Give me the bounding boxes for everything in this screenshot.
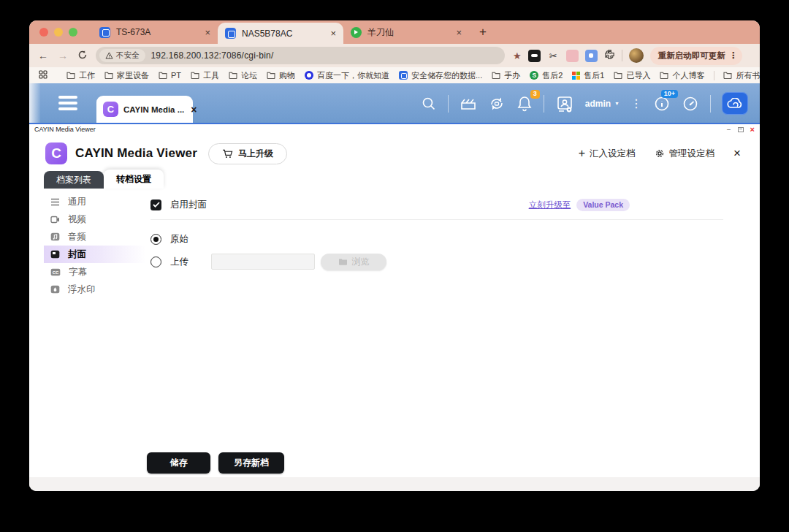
qnap-toolbar-icons: 3 admin ▼ ⋮ 10+ [421,92,760,123]
minimize-icon[interactable]: − [727,126,731,134]
profile-avatar[interactable] [629,48,644,63]
tab-transcode-settings[interactable]: 转档设置 [104,170,164,189]
apps-grid-icon[interactable] [39,70,47,80]
close-tab-icon[interactable]: × [330,28,336,39]
tab-label: TS-673A [116,27,150,37]
manage-profile-button[interactable]: 管理设定档 [655,148,715,160]
browser-tab-nas5b78ac[interactable]: NAS5B78AC × [218,23,343,44]
original-radio[interactable] [150,234,161,245]
sidebar-item-watermark[interactable]: 浮水印 [44,281,146,298]
bookmark-folder[interactable]: 家里设备 [104,70,149,81]
cayin-window-titlebar: CAYIN Media Viewer − × [29,123,760,134]
sidebar-item-general[interactable]: 通用 [44,193,146,210]
open-app-tab[interactable]: C CAYIN Media ... × [96,96,193,123]
browser-tab-ts673a[interactable]: TS-673A × [92,20,218,44]
user-account-icon[interactable] [555,94,574,113]
extension-scissors-icon[interactable]: ✂ [547,50,560,62]
sidebar-item-audio[interactable]: 音频 [44,228,146,246]
security-chip[interactable]: 不安全 [99,49,145,62]
sidebar-item-cover[interactable]: 封面 [44,246,146,263]
enable-cover-checkbox[interactable] [150,200,161,210]
bookmark-folder[interactable]: 工具 [191,70,219,81]
notifications-bell-icon[interactable]: 3 [517,95,533,112]
bookmark-star-icon[interactable]: ★ [513,50,522,61]
forward-icon[interactable]: → [56,50,69,61]
gear-icon [655,148,665,159]
cayin-media-viewer-app: C CAYIN Media Viewer 马上升级 + 汇入设定档 管理 [29,134,760,477]
close-app-tab-icon[interactable]: × [191,104,197,115]
upgrade-to-link[interactable]: 立刻升级至 [529,200,571,210]
main-menu-icon[interactable] [58,96,77,111]
admin-menu[interactable]: admin ▼ [585,99,620,109]
save-as-button[interactable]: 另存新档 [218,452,284,474]
admin-label: admin [585,99,611,109]
bookmark-folder[interactable]: 论坛 [229,70,257,81]
folder-icon [191,72,199,79]
background-tasks-icon[interactable] [460,96,477,112]
chrome-menu-icon[interactable]: ⋮ [729,50,738,61]
dashboard-icon[interactable] [682,95,699,113]
close-window-button[interactable] [39,28,48,37]
zoom-window-button[interactable] [69,28,77,37]
qnap-favicon [99,27,110,38]
browser-tab-yangdaoxian[interactable]: 羊刀仙 × [343,20,469,44]
browser-window: TS-673A × NAS5B78AC × 羊刀仙 × + ← → [29,20,760,491]
address-bar[interactable]: 不安全 192.168.200.132:7086/cgi-bin/ [96,47,505,64]
bookmark-folder[interactable]: 已导入 [614,70,650,81]
bookmark-folder[interactable]: 工作 [66,70,95,81]
bookmark-shouhou1[interactable]: 售后1 [572,70,604,81]
back-icon[interactable]: ← [37,50,50,61]
myqnapcloud-icon[interactable] [722,92,748,115]
bookmark-qnap[interactable]: 安全储存您的数据... [399,70,482,81]
video-icon [50,216,60,224]
bookmark-label: 工具 [203,70,219,81]
upgrade-now-button[interactable]: 马上升级 [208,143,287,164]
browse-button[interactable]: 浏览 [321,254,386,270]
bookmark-folder[interactable]: PT [159,71,181,80]
extension-blue-icon[interactable] [585,50,598,62]
sync-lock-icon[interactable] [488,95,506,113]
sidebar-item-subtitle[interactable]: CC 字幕 [44,263,146,281]
import-profile-button[interactable]: + 汇入设定档 [579,147,636,160]
cart-icon [222,149,233,159]
folder-icon [614,72,622,79]
extension-pink-icon[interactable] [566,50,579,62]
close-icon[interactable]: × [750,125,755,134]
save-button[interactable]: 储存 [147,452,210,474]
bookmark-folder[interactable]: 购物 [267,70,295,81]
search-icon[interactable] [421,96,437,112]
cover-settings-panel: 启用封面 立刻升级至 Value Pack 原始 [150,193,723,298]
close-app-icon[interactable]: × [733,146,741,161]
extensions-puzzle-icon[interactable] [604,49,615,63]
bookmark-label: 论坛 [241,70,257,81]
bookmark-label: 百度一下，你就知道 [317,70,389,81]
bookmark-folder[interactable]: 个人博客 [660,70,704,81]
upload-radio[interactable] [150,256,161,267]
qnap-desktop-page: C CAYIN Media ... × [29,83,760,491]
folder-icon [723,72,732,79]
chrome-update-button[interactable]: 重新启动即可更新 ⋮ [650,47,742,65]
more-options-icon[interactable]: ⋮ [630,98,642,110]
enable-cover-label: 启用封面 [170,199,207,211]
minimize-window-button[interactable] [54,28,63,37]
sidebar-item-video[interactable]: 视频 [44,210,146,228]
upload-path-input[interactable] [211,254,315,270]
maximize-icon[interactable] [738,127,744,132]
app-body: 通用 视频 音频 封面 [29,189,760,298]
close-tab-icon[interactable]: × [205,27,210,38]
bookmark-baidu[interactable]: 百度一下，你就知道 [305,70,389,81]
close-tab-icon[interactable]: × [456,27,462,38]
reload-icon[interactable] [76,50,89,62]
bookmark-shouhou2[interactable]: S 售后2 [530,70,563,81]
subtitle-cc-icon: CC [50,268,61,276]
all-bookmarks[interactable]: 所有书签 [714,70,760,81]
manage-label: 管理设定档 [669,148,715,160]
chevron-down-icon: ▼ [614,101,620,106]
tab-label: NAS5B78AC [242,28,292,39]
bookmark-folder[interactable]: 手办 [492,70,520,81]
resource-monitor-icon[interactable]: 10+ [653,95,671,113]
tab-file-list[interactable]: 档案列表 [44,171,104,189]
extension-mask-icon[interactable] [528,50,541,62]
new-tab-button[interactable]: + [479,20,487,44]
upgrade-label: 马上升级 [238,148,273,160]
